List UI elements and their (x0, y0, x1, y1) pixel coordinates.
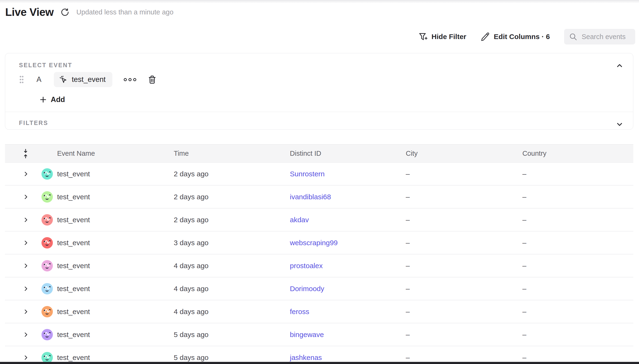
table-row[interactable]: test_event 2 days ago akdav – – (5, 208, 633, 232)
user-avatar (41, 260, 53, 272)
more-dot (128, 78, 132, 81)
distinct-id-link[interactable]: ivandiblasi68 (290, 193, 331, 201)
city-cell: – (406, 262, 522, 270)
delete-clause-button[interactable] (147, 74, 157, 84)
distinct-id-link[interactable]: feross (290, 308, 309, 316)
collapse-rows-button[interactable] (22, 149, 29, 158)
city-cell: – (406, 331, 522, 339)
refresh-icon (60, 7, 70, 17)
more-options-button[interactable] (124, 78, 136, 81)
page-title: Live View (5, 6, 54, 18)
country-cell: – (522, 331, 633, 339)
column-header-country[interactable]: Country (522, 150, 633, 158)
pencil-icon (480, 32, 490, 42)
panel-divider (5, 112, 633, 112)
city-cell: – (406, 216, 522, 224)
drag-handle[interactable] (19, 75, 25, 84)
time-cell: 2 days ago (174, 216, 290, 224)
expand-row-chevron-icon[interactable] (23, 240, 29, 246)
distinct-id-link[interactable]: prostoalex (290, 262, 323, 270)
user-avatar (41, 214, 53, 226)
table-row[interactable]: test_event 4 days ago feross – – (5, 300, 633, 323)
distinct-id-link[interactable]: webscraping99 (290, 239, 338, 246)
search-events-input[interactable] (582, 33, 630, 41)
time-cell: 4 days ago (174, 262, 290, 270)
chevron-down-icon (615, 120, 623, 128)
user-avatar (41, 168, 53, 180)
expand-filters-button[interactable] (615, 120, 623, 128)
table-row[interactable]: test_event 2 days ago ivandiblasi68 – – (5, 186, 633, 208)
add-label: Add (51, 96, 65, 104)
time-cell: 5 days ago (174, 331, 290, 339)
country-cell: – (522, 308, 633, 316)
user-avatar (41, 237, 53, 249)
time-cell: 2 days ago (174, 170, 290, 178)
search-events-box[interactable] (564, 29, 635, 44)
event-selector-button[interactable]: test_event (54, 72, 112, 87)
table-row[interactable]: test_event 3 days ago webscraping99 – – (5, 232, 633, 254)
distinct-id-link[interactable]: Dorimoody (290, 285, 324, 292)
expand-row-chevron-icon[interactable] (23, 171, 29, 177)
table-row[interactable]: test_event 4 days ago prostoalex – – (5, 254, 633, 278)
expand-row-chevron-icon[interactable] (23, 263, 29, 269)
city-cell: – (406, 170, 522, 178)
time-cell: 5 days ago (174, 354, 290, 362)
filters-label: FILTERS (19, 120, 48, 126)
event-name-cell: test_event (57, 216, 174, 224)
event-clause-row: A test_event (19, 72, 157, 87)
expand-row-chevron-icon[interactable] (23, 354, 29, 361)
expand-row-chevron-icon[interactable] (23, 332, 29, 338)
distinct-id-link[interactable]: bingewave (290, 331, 324, 338)
table-row[interactable]: test_event 4 days ago Dorimoody – – (5, 278, 633, 300)
user-avatar (41, 352, 53, 364)
toolbar: Hide Filter Edit Columns · 6 (418, 29, 635, 44)
distinct-id-link[interactable]: Sunrostern (290, 170, 325, 178)
time-cell: 3 days ago (174, 239, 290, 247)
distinct-id-link[interactable]: jashkenas (290, 354, 322, 362)
clause-letter: A (37, 75, 42, 84)
city-cell: – (406, 354, 522, 362)
query-panel: SELECT EVENT A (5, 53, 633, 130)
event-name-cell: test_event (57, 170, 174, 178)
collapse-vertical-icon (22, 149, 29, 158)
time-cell: 4 days ago (174, 285, 290, 293)
country-cell: – (522, 193, 633, 201)
search-icon (569, 32, 577, 41)
refresh-button[interactable] (60, 7, 70, 17)
city-cell: – (406, 193, 522, 201)
event-name-cell: test_event (57, 331, 174, 339)
page-header: Live View Updated less than a minute ago (5, 6, 173, 18)
expand-row-chevron-icon[interactable] (23, 308, 29, 315)
table-row[interactable]: test_event 5 days ago jashkenas – – (5, 346, 633, 364)
add-event-button[interactable]: Add (36, 93, 68, 106)
time-cell: 2 days ago (174, 193, 290, 201)
expand-row-chevron-icon[interactable] (23, 217, 29, 223)
table-row[interactable]: test_event 5 days ago bingewave – – (5, 323, 633, 346)
event-name-cell: test_event (57, 354, 174, 362)
hide-filter-label: Hide Filter (432, 33, 467, 41)
event-name-cell: test_event (57, 193, 174, 201)
column-header-city[interactable]: City (406, 150, 522, 158)
column-header-time[interactable]: Time (174, 150, 290, 158)
live-view-page: Live View Updated less than a minute ago… (0, 0, 639, 364)
column-header-distinct-id[interactable]: Distinct ID (290, 150, 406, 158)
city-cell: – (406, 239, 522, 247)
column-header-event-name[interactable]: Event Name (57, 150, 174, 158)
more-dot (124, 78, 127, 81)
edit-columns-label: Edit Columns · 6 (494, 33, 550, 41)
user-avatar (41, 329, 53, 340)
edit-columns-button[interactable]: Edit Columns · 6 (480, 32, 550, 42)
distinct-id-link[interactable]: akdav (290, 216, 309, 224)
table-row[interactable]: test_event 2 days ago Sunrostern – – (5, 162, 633, 186)
collapse-select-event-button[interactable] (615, 62, 623, 70)
table-body: test_event 2 days ago Sunrostern – – (5, 162, 633, 364)
time-cell: 4 days ago (174, 308, 290, 316)
user-avatar (41, 283, 53, 295)
expand-row-chevron-icon[interactable] (23, 286, 29, 292)
expand-row-chevron-icon[interactable] (23, 194, 29, 200)
filter-plus-icon (418, 32, 428, 42)
city-cell: – (406, 308, 522, 316)
plus-icon (39, 96, 47, 104)
hide-filter-button[interactable]: Hide Filter (418, 32, 467, 42)
chevron-up-icon (615, 62, 623, 70)
